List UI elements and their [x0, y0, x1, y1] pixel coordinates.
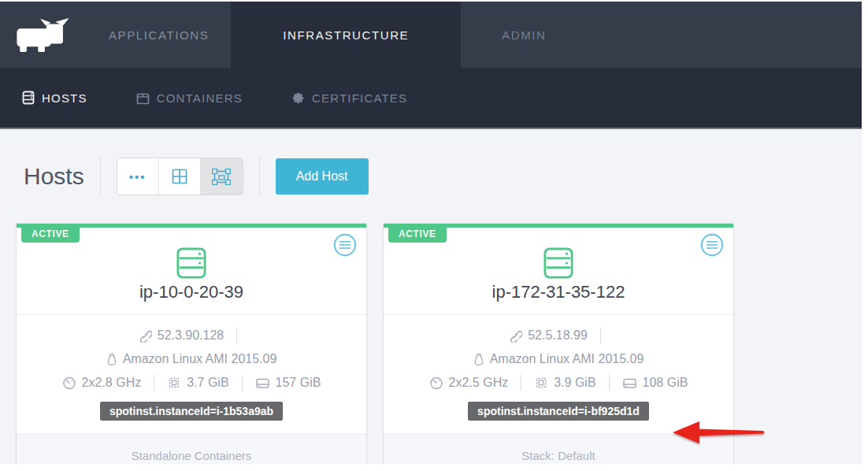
- divider: [242, 375, 243, 391]
- tab-applications[interactable]: APPLICATIONS: [87, 2, 231, 68]
- card-details: 52.5.18.99 Amazon Linux AMI 2015.09: [384, 315, 733, 435]
- host-label-tag[interactable]: spotinst.instanceId=i-1b53a9ab: [100, 402, 283, 421]
- cpu-speed-icon: [62, 376, 76, 390]
- tab-admin[interactable]: ADMIN: [461, 2, 587, 68]
- grid-view-icon: [172, 169, 187, 184]
- disk-icon: [622, 376, 637, 390]
- divider: [600, 328, 601, 343]
- labels-row: spotinst.instanceId=i-1b53a9ab: [17, 402, 366, 435]
- certificates-icon: [291, 91, 305, 105]
- card-menu-button[interactable]: [700, 233, 724, 257]
- infrastructure-subnav: HOSTS CONTAINERS CERTIFICATES: [0, 68, 862, 129]
- divider: [236, 328, 237, 343]
- memory-icon: [534, 376, 548, 390]
- os-name: Amazon Linux AMI 2015.09: [490, 352, 644, 366]
- rancher-bull-icon: [15, 16, 72, 54]
- specs-row: 2x2.5 GHz 3.9 GiB 108 G: [384, 371, 733, 395]
- public-ip-row: 52.3.90.128: [17, 324, 366, 347]
- cpu-value: 2x2.8 GHz: [82, 376, 142, 390]
- status-badge: ACTIVE: [21, 224, 80, 243]
- hosts-toolbar: Hosts •••: [24, 158, 862, 195]
- page-title: Hosts: [24, 163, 84, 190]
- divider: [154, 375, 154, 391]
- cpu-speed-icon: [429, 376, 443, 390]
- host-card[interactable]: ACTIVE: [16, 223, 367, 464]
- host-server-icon: [543, 247, 573, 279]
- public-ip: 52.5.18.99: [528, 328, 588, 343]
- subnav-item-hosts[interactable]: HOSTS: [22, 91, 87, 105]
- public-ip: 52.3.90.128: [158, 328, 224, 343]
- card-footer: Standalone Containers: [17, 435, 366, 464]
- add-host-button[interactable]: Add Host: [276, 158, 369, 195]
- divider: [521, 375, 521, 391]
- disk-icon: [255, 376, 270, 390]
- machine-view-button[interactable]: [201, 158, 243, 195]
- list-view-button[interactable]: •••: [117, 158, 159, 195]
- memory-value: 3.9 GiB: [554, 376, 595, 390]
- memory-icon: [167, 376, 181, 390]
- host-name[interactable]: ip-10-0-20-39: [17, 282, 366, 302]
- memory-value: 3.7 GiB: [187, 376, 228, 390]
- view-mode-switcher: •••: [117, 158, 243, 195]
- footer-clipped-text: Standalone Containers: [17, 435, 366, 462]
- storage-value: 157 GiB: [276, 376, 321, 390]
- hamburger-menu-icon: [700, 233, 724, 257]
- hosts-page: Hosts •••: [0, 129, 862, 464]
- subnav-label: CONTAINERS: [157, 91, 243, 105]
- os-name: Amazon Linux AMI 2015.09: [123, 352, 277, 366]
- rancher-logo[interactable]: [0, 2, 87, 68]
- card-menu-button[interactable]: [333, 233, 357, 257]
- tab-infrastructure[interactable]: INFRASTRUCTURE: [231, 2, 461, 68]
- host-server-icon: [176, 247, 206, 279]
- host-label-tag[interactable]: spotinst.instanceId=i-bf925d1d: [468, 402, 649, 421]
- hamburger-menu-icon: [333, 233, 357, 257]
- subnav-item-containers[interactable]: CONTAINERS: [136, 91, 243, 105]
- top-nav: APPLICATIONS INFRASTRUCTURE ADMIN: [0, 2, 862, 68]
- machine-view-icon: [212, 169, 231, 185]
- status-badge: ACTIVE: [388, 224, 447, 243]
- os-row: Amazon Linux AMI 2015.09: [17, 347, 366, 371]
- subnav-label: CERTIFICATES: [312, 91, 407, 105]
- subnav-label: HOSTS: [42, 91, 87, 105]
- divider: [609, 375, 610, 391]
- storage-value: 108 GiB: [643, 376, 688, 390]
- hosts-icon: [22, 91, 35, 105]
- red-annotation-arrow: [671, 420, 767, 447]
- os-row: Amazon Linux AMI 2015.09: [384, 347, 733, 371]
- specs-row: 2x2.8 GHz 3.7 GiB 157 G: [17, 371, 366, 395]
- cpu-value: 2x2.5 GHz: [449, 376, 509, 390]
- divider: [259, 156, 260, 197]
- link-icon: [509, 329, 522, 343]
- subnav-item-certificates[interactable]: CERTIFICATES: [291, 91, 407, 105]
- grid-view-button[interactable]: [159, 158, 201, 195]
- linux-icon: [106, 353, 117, 366]
- linux-icon: [473, 353, 484, 366]
- public-ip-row: 52.5.18.99: [384, 324, 733, 347]
- card-details: 52.3.90.128 Amazon Linux AMI 2015.09: [17, 315, 366, 435]
- list-view-icon: •••: [129, 170, 147, 184]
- host-name[interactable]: ip-172-31-35-122: [384, 282, 733, 302]
- link-icon: [139, 329, 152, 343]
- rancher-app: APPLICATIONS INFRASTRUCTURE ADMIN HOSTS …: [0, 2, 862, 465]
- divider: [100, 156, 101, 197]
- containers-icon: [136, 91, 150, 105]
